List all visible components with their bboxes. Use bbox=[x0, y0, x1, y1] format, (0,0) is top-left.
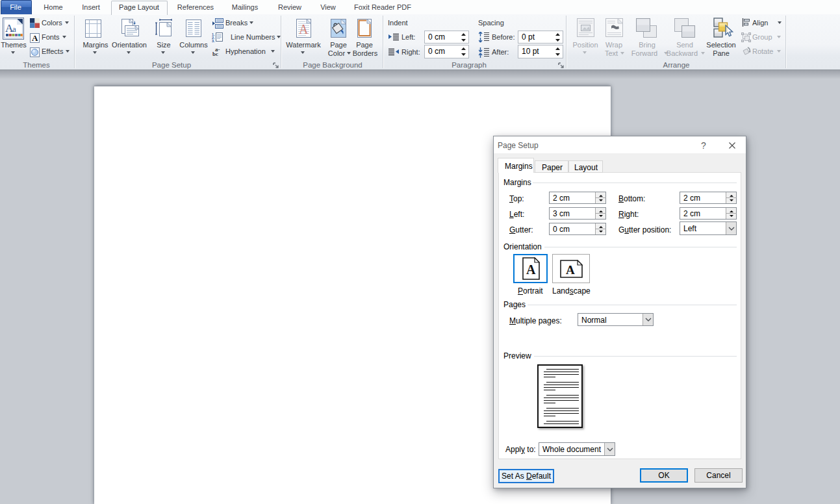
svg-text:A: A bbox=[32, 33, 38, 43]
svg-text:3.: 3. bbox=[212, 39, 215, 42]
svg-text:a: a bbox=[12, 24, 16, 34]
svg-text:bc: bc bbox=[212, 51, 218, 57]
svg-text:A: A bbox=[526, 262, 536, 277]
svg-text:A: A bbox=[299, 22, 309, 36]
svg-text:A: A bbox=[566, 263, 575, 277]
